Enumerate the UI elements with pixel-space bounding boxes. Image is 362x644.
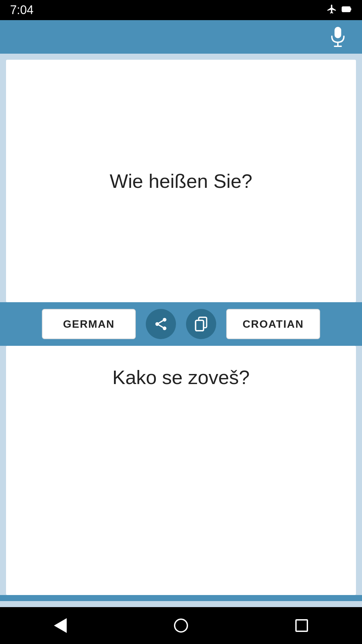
svg-rect-2	[335, 27, 341, 38]
status-icons	[326, 4, 352, 17]
share-icon	[154, 317, 168, 331]
home-button[interactable]	[168, 612, 194, 639]
status-bar: 7:04	[0, 0, 362, 20]
svg-line-8	[159, 325, 163, 327]
copy-icon	[194, 317, 208, 331]
copy-button[interactable]	[186, 309, 216, 339]
svg-line-9	[159, 321, 163, 323]
middle-toolbar: GERMAN CROATIAN	[0, 302, 362, 346]
croatian-language-button[interactable]: CROATIAN	[226, 309, 320, 339]
svg-rect-0	[342, 7, 350, 12]
airplane-icon	[326, 4, 337, 17]
home-icon	[174, 619, 188, 633]
mic-button[interactable]	[327, 26, 349, 48]
svg-point-5	[163, 318, 167, 322]
german-language-button[interactable]: GERMAN	[42, 309, 136, 339]
svg-rect-11	[196, 320, 204, 331]
bottom-accent-bar	[0, 595, 362, 601]
back-button[interactable]	[47, 612, 74, 639]
mic-icon	[330, 27, 346, 47]
source-text: Wie heißen Sie?	[110, 170, 252, 192]
battery-icon	[341, 4, 352, 17]
main-content: Wie heißen Sie? GERMAN CROATIAN	[0, 54, 362, 607]
target-panel[interactable]: Kako se zoveš?	[6, 346, 356, 595]
svg-rect-1	[350, 8, 351, 10]
top-bar	[0, 20, 362, 54]
share-button[interactable]	[146, 309, 176, 339]
svg-point-6	[156, 322, 159, 326]
recent-apps-button[interactable]	[288, 612, 315, 639]
back-icon	[54, 618, 67, 633]
nav-bar	[0, 607, 362, 644]
status-time: 7:04	[10, 3, 34, 17]
recent-icon	[295, 619, 308, 632]
svg-point-7	[163, 326, 167, 330]
source-panel[interactable]: Wie heißen Sie?	[6, 60, 356, 302]
target-text: Kako se zoveš?	[112, 366, 249, 388]
